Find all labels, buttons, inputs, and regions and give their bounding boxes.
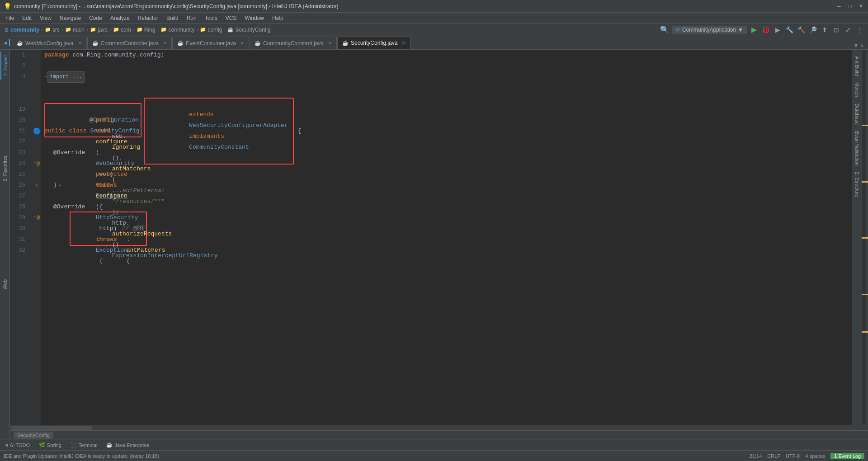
toolbar-spring-label: Spring <box>47 442 61 448</box>
panel-maven[interactable]: Maven <box>854 80 861 100</box>
editor-filename-label[interactable]: SecurityConfig <box>14 432 53 439</box>
tab-eventconsumer-icon: ☕ <box>177 40 184 46</box>
menu-help[interactable]: Help <box>269 14 287 22</box>
tab-webmvcconfig[interactable]: ☕ WebMvcConfig.java ✕ <box>12 37 87 49</box>
close-button[interactable]: ✕ <box>857 3 864 10</box>
toolbar-spring[interactable]: 🌿 Spring <box>37 441 63 449</box>
menu-view[interactable]: View <box>36 14 55 22</box>
title-bar: 💡 community [F:/community] - ...\src\mai… <box>0 0 868 13</box>
tab-communityconstant-label: CommunityConstant.java <box>263 40 324 47</box>
maximize-button[interactable]: □ <box>846 3 854 10</box>
sep1: › <box>41 27 43 33</box>
debug-icon[interactable]: 🐞 <box>761 25 770 34</box>
status-line-col[interactable]: 21:14 <box>750 453 762 459</box>
horizontal-scrollbar[interactable] <box>10 425 868 430</box>
code-line-25: web. ignoring (). antMatchers ( ...antPa… <box>44 169 848 180</box>
tab-securityconfig-label: SecurityConfig.java <box>351 40 397 46</box>
terminal-icon: ⬛ <box>71 442 77 448</box>
breadcrumb-ring[interactable]: 📁Ring <box>137 27 156 33</box>
tab-securityconfig-icon: ☕ <box>342 40 349 46</box>
coverage-icon[interactable]: ▶ <box>773 25 782 34</box>
panel-ant-build[interactable]: Ant Build <box>854 53 861 79</box>
status-indent[interactable]: 4 spaces <box>805 453 825 459</box>
minimap-scrollbar[interactable] <box>862 50 868 425</box>
panel-database[interactable]: Database <box>854 101 861 127</box>
breadcrumb-java[interactable]: 📁java <box>90 27 108 33</box>
menu-analyze[interactable]: Analyze <box>107 14 133 22</box>
menu-vcs[interactable]: VCS <box>222 14 241 22</box>
status-bar: IDE and Plugin Updates: IntelliJ IDEA is… <box>0 450 868 461</box>
tab-commentcontroller-icon: ☕ <box>92 40 99 46</box>
tabs-bar: ◀ ☕ WebMvcConfig.java ✕ ☕ CommentControl… <box>0 36 868 50</box>
tab-eventconsumer-close[interactable]: ✕ <box>240 40 244 46</box>
breadcrumb-project-label: community <box>10 27 39 33</box>
menu-navigate[interactable]: Navigate <box>56 14 85 22</box>
bottom-toolbar: ≡ 6: TODO 🌿 Spring ⬛ Terminal ☕ Java Ent… <box>0 439 868 450</box>
profile-icon[interactable]: 🔧 <box>785 25 794 34</box>
breadcrumb-community[interactable]: 📁community <box>160 27 194 33</box>
more-icon[interactable]: ⋮ <box>855 25 864 34</box>
sidebar-panel-project-tab[interactable]: ◀ <box>2 39 10 46</box>
minimize-button[interactable]: ─ <box>835 3 843 10</box>
tab-communityconstant-close[interactable]: ✕ <box>328 40 332 46</box>
find-icon[interactable]: 🔎 <box>808 25 817 34</box>
status-line-ending[interactable]: CRLF <box>767 453 780 459</box>
todo-icon: ≡ <box>5 442 8 448</box>
layout-icon[interactable]: ⊡ <box>832 25 841 34</box>
tab-webmvcconfig-close[interactable]: ✕ <box>78 40 82 46</box>
panel-tab-favorites[interactable]: 2: Favorites <box>1 152 9 185</box>
panel-bean-validation[interactable]: Bean Validation <box>854 128 861 168</box>
menu-edit[interactable]: Edit <box>19 14 35 22</box>
menu-build[interactable]: Build <box>163 14 182 22</box>
run-icon[interactable]: ▶ <box>750 25 759 34</box>
tab-commentcontroller-close[interactable]: ✕ <box>163 40 167 46</box>
menu-tools[interactable]: Tools <box>201 14 221 22</box>
toolbar-todo[interactable]: ≡ 6: TODO <box>4 442 32 449</box>
search-everywhere-icon[interactable]: 🔍 <box>660 25 669 34</box>
menu-window[interactable]: Window <box>241 14 268 22</box>
event-log-button[interactable]: 1 Event Log <box>830 453 864 459</box>
title-text: community [F:/community] - ...\src\main\… <box>14 3 339 9</box>
breadcrumb-main[interactable]: 📁main <box>65 27 85 33</box>
tab-securityconfig-close[interactable]: ✕ <box>401 40 406 46</box>
main-area: 1: Project 2: Favorites Web 1 2 3 19 20 … <box>0 50 868 439</box>
menu-file[interactable]: File <box>2 14 18 22</box>
status-encoding[interactable]: UTF-8 <box>786 453 800 459</box>
collapse-marker-3[interactable]: + <box>44 71 47 82</box>
expand-icon[interactable]: ⤢ <box>844 25 853 34</box>
cmake-icon[interactable]: 🔨 <box>797 25 806 34</box>
panel-tab-web[interactable]: Web <box>1 276 9 293</box>
tab-communityconstant[interactable]: ☕ CommunityConstant.java ✕ <box>250 37 337 49</box>
code-content[interactable]: package com.Ring.community.config; + imp… <box>41 50 852 425</box>
toolbar-todo-label: 6: TODO <box>10 442 30 448</box>
breadcrumb-src[interactable]: 📁src <box>45 27 60 33</box>
breadcrumb-config[interactable]: 📁config <box>200 27 222 33</box>
menu-run[interactable]: Run <box>183 14 200 22</box>
panel-structure[interactable]: 2: Structure <box>854 169 861 200</box>
import-collapsed-box[interactable]: import ... <box>47 71 85 83</box>
run-config-button[interactable]: ⚙ CommunityApplication ▼ <box>672 26 747 34</box>
breadcrumb-com[interactable]: 📁com <box>113 27 131 33</box>
run-config-dropdown-icon: ▼ <box>738 27 743 33</box>
menu-refactor[interactable]: Refactor <box>134 14 162 22</box>
menu-code[interactable]: Code <box>85 14 106 22</box>
tab-commentcontroller-label: CommentController.java <box>101 40 159 47</box>
status-right: 21:14 CRLF UTF-8 4 spaces 1 Event Log <box>750 453 864 459</box>
tab-securityconfig[interactable]: ☕ SecurityConfig.java ✕ <box>337 37 410 49</box>
tab-webmvcconfig-label: WebMvcConfig.java <box>25 40 74 47</box>
window-controls: ─ □ ✕ <box>835 3 864 10</box>
breadcrumb-securityconfig[interactable]: ☕SecurityConfig <box>227 27 270 33</box>
tab-eventconsumer-label: EventConsumer.java <box>186 40 236 47</box>
breadcrumb-right: 🔍 ⚙ CommunityApplication ▼ ▶ 🐞 ▶ 🔧 🔨 🔎 ⬆… <box>660 25 864 34</box>
tab-commentcontroller[interactable]: ☕ CommentController.java ✕ <box>87 37 172 49</box>
right-panels: Ant Build Maven Database Bean Validation… <box>852 50 862 425</box>
breadcrumb-project[interactable]: 🖥 community <box>4 27 39 33</box>
code-line-2 <box>44 61 848 71</box>
toolbar-terminal[interactable]: ⬛ Terminal <box>69 441 99 449</box>
tab-eventconsumer[interactable]: ☕ EventConsumer.java ✕ <box>172 37 249 49</box>
git-icon[interactable]: ⬆ <box>820 25 829 34</box>
toolbar-java-enterprise[interactable]: ☕ Java Enterprise <box>104 441 151 449</box>
code-editor[interactable]: 1 2 3 19 20 21 22 23 24 25 26 27 28 29 3… <box>10 50 868 439</box>
panel-tab-project[interactable]: 1: Project <box>0 52 9 80</box>
scroll-thumb[interactable] <box>11 426 92 430</box>
